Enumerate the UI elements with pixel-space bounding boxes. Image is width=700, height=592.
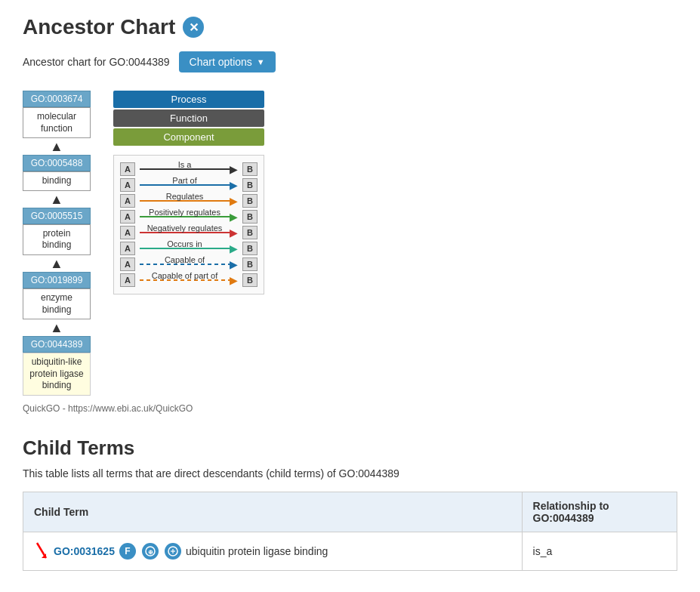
leg-a-posreg: A — [120, 210, 135, 224]
go-id-0[interactable]: GO:0003674 — [23, 91, 91, 107]
go-label-4: ubiquitin-likeprotein ligasebinding — [23, 353, 91, 396]
table-header: Child Term Relationship toGO:0044389 — [23, 492, 677, 532]
svg-text:⊕: ⊕ — [147, 549, 153, 556]
leg-b-reg: B — [242, 194, 257, 208]
legend-row-posreg: A Positively regulates ▶ B — [120, 210, 257, 224]
child-term-content: GO:0031625 F ⊕ — [34, 540, 511, 563]
col-child-term: Child Term — [23, 492, 523, 532]
ancestor-bar: Ancestor chart for GO:0044389 Chart opti… — [23, 51, 677, 72]
ancestor-label: Ancestor chart for GO:0044389 — [23, 56, 170, 68]
leg-arrow-posreg: Positively regulates ▶ — [140, 211, 238, 223]
child-terms-description: This table lists all terms that are dire… — [23, 467, 677, 479]
chart-icon — [168, 546, 178, 557]
go-node-0: GO:0003674 molecularfunction — [23, 91, 91, 138]
relationship-value: is_a — [533, 545, 553, 557]
legend-process-badge: Process — [113, 91, 264, 108]
go-label-3: enzymebinding — [23, 288, 91, 319]
leg-a-reg: A — [120, 194, 135, 208]
term-name: ubiquitin protein ligase binding — [186, 545, 328, 557]
leg-a-isa: A — [120, 162, 135, 176]
go-node-tree: GO:0003674 molecularfunction ▲ GO:000548… — [23, 91, 91, 396]
tree-arrow-2: ▲ — [50, 257, 63, 270]
go-node-1: GO:0005488 binding — [23, 155, 91, 191]
leg-b-partof: B — [242, 178, 257, 192]
leg-a-cap: A — [120, 257, 135, 271]
table-body: GO:0031625 F ⊕ — [23, 532, 677, 570]
leg-arrow-partof: Part of ▶ — [140, 179, 238, 191]
chart-options-button[interactable]: Chart options ▼ — [179, 51, 276, 72]
chart-options-label: Chart options — [190, 56, 252, 68]
badge-f: F — [119, 543, 136, 560]
col-relationship: Relationship toGO:0044389 — [522, 492, 677, 532]
legend-row-capof: A Capable of ▶ B — [120, 257, 257, 271]
leg-b-posreg: B — [242, 210, 257, 224]
legend-row-regulates: A Regulates ▶ B — [120, 194, 257, 208]
leg-a-partof: A — [120, 178, 135, 192]
page-header: Ancestor Chart ✕ — [23, 15, 677, 39]
go-label-0: molecularfunction — [23, 107, 91, 138]
leg-arrow-cap: Capable of ▶ — [140, 258, 238, 270]
table-row: GO:0031625 F ⊕ — [23, 532, 677, 570]
go-id-2[interactable]: GO:0005515 — [23, 208, 91, 224]
go-term-link[interactable]: GO:0031625 — [54, 545, 115, 557]
legend-function-badge: Function — [113, 109, 264, 127]
go-id-1[interactable]: GO:0005488 — [23, 155, 91, 171]
leg-a-cappart: A — [120, 273, 135, 287]
go-node-4: GO:0044389 ubiquitin-likeprotein ligaseb… — [23, 336, 91, 396]
quickgo-credit: QuickGO - https://www.ebi.ac.uk/QuickGO — [23, 403, 677, 414]
legend-row-occursin: A Occurs in ▶ B — [120, 242, 257, 255]
leg-arrow-isa: Is a ▶ — [140, 163, 238, 175]
tree-arrow-1: ▲ — [50, 193, 63, 206]
badge-c — [165, 543, 181, 560]
leg-arrow-negreg: Negatively regulates ▶ — [140, 227, 238, 239]
badge-b: ⊕ — [142, 543, 159, 560]
relationship-cell: is_a — [522, 532, 677, 570]
leg-a-occ: A — [120, 242, 135, 255]
leg-arrow-reg: Regulates ▶ — [140, 195, 238, 207]
dropdown-caret-icon: ▼ — [257, 57, 265, 66]
tree-arrow-0: ▲ — [50, 140, 63, 153]
child-terms-section: Child Terms This table lists all terms t… — [23, 436, 677, 571]
leg-a-negreg: A — [120, 226, 135, 239]
go-id-3[interactable]: GO:0019899 — [23, 272, 91, 288]
child-terms-table: Child Term Relationship toGO:0044389 GO:… — [23, 492, 677, 571]
leg-b-isa: B — [242, 162, 257, 176]
go-node-3: GO:0019899 enzymebinding — [23, 272, 91, 319]
tree-arrow-3: ▲ — [50, 321, 63, 335]
legend-component-badge: Component — [113, 128, 264, 146]
legend-table: A Is a ▶ B A Part of — [113, 155, 264, 294]
legend-row-cappartof: A Capable of part of ▶ B — [120, 273, 257, 287]
legend-badges: Process Function Component — [113, 91, 264, 146]
legend-area: Process Function Component A Is a ▶ B — [113, 91, 264, 396]
legend-row-negreg: A Negatively regulates ▶ B — [120, 226, 257, 239]
info-icon[interactable]: ✕ — [183, 17, 204, 38]
child-terms-title: Child Terms — [23, 436, 677, 460]
leg-arrow-cappart: Capable of part of ▶ — [140, 274, 238, 286]
leg-b-cappart: B — [242, 273, 257, 287]
legend-row-partof: A Part of ▶ B — [120, 178, 257, 192]
page-title: Ancestor Chart — [23, 15, 175, 39]
basket-icon: ⊕ — [145, 546, 156, 557]
red-arrow-icon — [34, 540, 51, 563]
go-node-2: GO:0005515 proteinbinding — [23, 208, 91, 255]
go-label-1: binding — [23, 171, 91, 191]
leg-b-negreg: B — [242, 226, 257, 239]
go-label-2: proteinbinding — [23, 224, 91, 255]
go-id-4[interactable]: GO:0044389 — [23, 336, 91, 353]
leg-b-cap: B — [242, 257, 257, 271]
leg-arrow-occ: Occurs in ▶ — [140, 242, 238, 254]
chart-area: GO:0003674 molecularfunction ▲ GO:000548… — [23, 91, 677, 396]
legend-row-isa: A Is a ▶ B — [120, 162, 257, 176]
child-term-cell: GO:0031625 F ⊕ — [23, 532, 523, 570]
leg-b-occ: B — [242, 242, 257, 255]
